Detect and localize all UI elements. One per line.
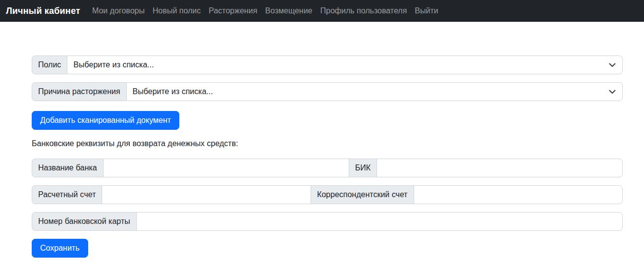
brand-link[interactable]: Личный кабинет bbox=[6, 6, 80, 16]
nav-item-terminations[interactable]: Расторжения bbox=[205, 2, 261, 19]
nav-item-logout[interactable]: Выйти bbox=[411, 2, 442, 19]
bank-name-input[interactable] bbox=[103, 159, 349, 177]
accounts-row: Расчетный счет Корреспондентский счет bbox=[32, 185, 623, 204]
navbar-menu: Мои договоры Новый полис Расторжения Воз… bbox=[88, 6, 442, 15]
policy-select-value: Выберите из списка... bbox=[73, 60, 154, 69]
nav-item-contracts[interactable]: Мои договоры bbox=[88, 2, 149, 19]
nav-item-user-profile[interactable]: Профиль пользователя bbox=[317, 2, 411, 19]
termination-reason-select-value: Выберите из списка... bbox=[133, 87, 213, 96]
settlement-account-input[interactable] bbox=[102, 185, 311, 204]
bik-label: БИК bbox=[349, 159, 377, 177]
card-number-input[interactable] bbox=[136, 212, 623, 231]
policy-row: Полис Выберите из списка... bbox=[32, 55, 623, 74]
correspondent-account-input[interactable] bbox=[414, 185, 623, 204]
policy-select[interactable]: Выберите из списка... bbox=[67, 55, 623, 74]
card-number-row: Номер банковской карты bbox=[32, 212, 623, 231]
nav-item-reimbursement[interactable]: Возмещение bbox=[261, 2, 316, 19]
card-number-label: Номер банковской карты bbox=[32, 212, 137, 231]
bik-input[interactable] bbox=[376, 159, 623, 177]
correspondent-account-label: Корреспондентский счет bbox=[311, 185, 414, 204]
bank-details-heading: Банковские реквизиты для возврата денежн… bbox=[32, 139, 623, 148]
termination-form: Полис Выберите из списка... Причина раст… bbox=[0, 22, 644, 258]
navbar: Личный кабинет Мои договоры Новый полис … bbox=[0, 0, 644, 22]
add-scanned-document-button[interactable]: Добавить сканированный документ bbox=[32, 111, 179, 130]
termination-reason-select[interactable]: Выберите из списка... bbox=[126, 82, 623, 101]
save-button[interactable]: Сохранить bbox=[32, 239, 88, 258]
policy-label: Полис bbox=[32, 55, 67, 74]
nav-item-new-policy[interactable]: Новый полис bbox=[149, 2, 205, 19]
chevron-down-icon bbox=[608, 88, 616, 96]
bank-name-bik-row: Название банка БИК bbox=[32, 159, 623, 177]
termination-reason-row: Причина расторжения Выберите из списка..… bbox=[32, 82, 623, 101]
chevron-down-icon bbox=[608, 61, 616, 69]
bank-name-label: Название банка bbox=[32, 159, 104, 177]
termination-reason-label: Причина расторжения bbox=[32, 82, 127, 101]
settlement-account-label: Расчетный счет bbox=[32, 185, 102, 204]
